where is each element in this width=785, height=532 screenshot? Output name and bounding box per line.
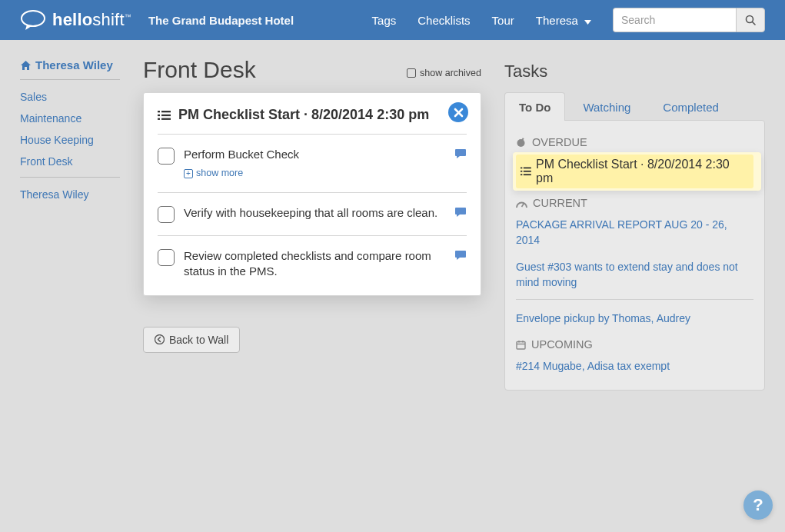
tasks-panel: Tasks To Do Watching Completed OVERDUE xyxy=(504,57,765,391)
search xyxy=(613,8,765,32)
svg-rect-3 xyxy=(158,111,160,112)
help-bubble[interactable]: ? xyxy=(743,490,773,520)
svg-rect-14 xyxy=(521,168,522,169)
arrow-left-icon xyxy=(155,334,165,344)
nav-tour[interactable]: Tour xyxy=(492,14,514,27)
page-title: Front Desk xyxy=(143,57,256,83)
checklist-item: Verify with housekeeping that all rooms … xyxy=(158,193,467,236)
svg-rect-8 xyxy=(161,118,171,119)
svg-point-0 xyxy=(22,11,45,26)
svg-rect-18 xyxy=(524,171,531,172)
task-highlighted[interactable]: PM Checklist Start · 8/20/2014 2:30 pm xyxy=(513,152,761,191)
tab-completed[interactable]: Completed xyxy=(648,92,733,121)
section-label: OVERDUE xyxy=(532,136,587,148)
home-icon xyxy=(20,60,32,71)
back-to-wall-button[interactable]: Back to Wall xyxy=(143,327,240,353)
tab-watching[interactable]: Watching xyxy=(568,92,645,121)
sidebar-profile[interactable]: Theresa Wiley xyxy=(20,58,120,80)
checkbox[interactable] xyxy=(158,148,175,165)
sidebar-user-link[interactable]: Theresa Wiley xyxy=(20,188,120,201)
item-text: Perform Bucket Check xyxy=(184,147,445,162)
section-label: CURRENT xyxy=(533,197,587,209)
section-label: UPCOMING xyxy=(531,338,593,351)
nav-right: Tags Checklists Tour Theresa xyxy=(372,8,765,32)
show-archived-toggle[interactable]: show archived xyxy=(407,68,481,78)
topbar: helloshift™ The Grand Budapest Hotel Tag… xyxy=(0,0,785,40)
comment-icon[interactable] xyxy=(454,207,467,218)
plus-icon: + xyxy=(184,169,193,178)
show-archived-label: show archived xyxy=(420,68,481,78)
svg-point-11 xyxy=(155,335,165,344)
close-button[interactable] xyxy=(448,102,468,122)
nav-tags[interactable]: Tags xyxy=(372,14,397,27)
calendar-icon xyxy=(516,340,526,350)
svg-rect-21 xyxy=(517,341,525,349)
svg-point-12 xyxy=(517,139,525,147)
checklist-card: PM Checklist Start · 8/20/2014 2:30 pm P… xyxy=(143,92,481,296)
checkbox-icon xyxy=(407,68,416,78)
list-icon xyxy=(158,110,171,121)
sidebar-divider xyxy=(20,177,120,178)
gauge-icon xyxy=(516,198,527,208)
close-icon xyxy=(454,108,464,118)
svg-rect-6 xyxy=(161,111,171,112)
comment-icon[interactable] xyxy=(454,250,467,261)
sidebar-item-maintenance[interactable]: Maintenance xyxy=(20,112,120,125)
svg-line-20 xyxy=(522,203,524,207)
checklist-item: Review completed checklists and compare … xyxy=(158,236,467,292)
svg-rect-15 xyxy=(521,171,522,172)
bomb-icon xyxy=(516,137,527,148)
checkbox[interactable] xyxy=(158,206,175,223)
sidebar-item-housekeeping[interactable]: House Keeping xyxy=(20,134,120,146)
back-label: Back to Wall xyxy=(169,334,228,346)
svg-line-2 xyxy=(753,22,756,25)
search-button[interactable] xyxy=(736,8,765,32)
search-icon xyxy=(745,15,756,25)
main-column: Front Desk show archived PM Checklist St… xyxy=(143,57,481,353)
task-link[interactable]: PACKAGE ARRIVAL REPORT AUG 20 - 26, 2014 xyxy=(516,215,753,250)
page: Theresa Wiley Sales Maintenance House Ke… xyxy=(0,40,785,407)
brand-text: helloshift™ xyxy=(52,10,131,30)
sidebar: Theresa Wiley Sales Maintenance House Ke… xyxy=(20,57,120,210)
task-link[interactable]: Envelope pickup by Thomas, Audrey xyxy=(516,309,753,328)
task-text: PM Checklist Start · 8/20/2014 2:30 pm xyxy=(536,158,749,185)
tab-todo[interactable]: To Do xyxy=(504,92,565,121)
nav-checklists[interactable]: Checklists xyxy=(417,14,470,27)
task-link[interactable]: #214 Mugabe, Adisa tax exempt xyxy=(516,357,753,375)
comment-icon[interactable] xyxy=(454,148,467,159)
svg-rect-17 xyxy=(524,168,531,169)
checklist-item: Perform Bucket Check + show more xyxy=(158,135,467,193)
tasks-tabs: To Do Watching Completed xyxy=(504,92,765,121)
card-title: PM Checklist Start · 8/20/2014 2:30 pm xyxy=(178,107,429,123)
sidebar-item-sales[interactable]: Sales xyxy=(20,91,120,103)
section-upcoming: UPCOMING #214 Mugabe, Adisa tax exempt xyxy=(516,338,753,375)
task-link[interactable]: Guest #303 wants to extend stay and does… xyxy=(516,258,753,292)
show-more-link[interactable]: + show more xyxy=(184,167,243,180)
brand[interactable]: helloshift™ xyxy=(20,9,131,31)
list-icon xyxy=(521,167,531,176)
svg-rect-19 xyxy=(524,174,531,175)
tasks-title: Tasks xyxy=(504,62,765,81)
caret-down-icon xyxy=(584,20,591,25)
item-text: Verify with housekeeping that all rooms … xyxy=(184,205,445,221)
checkbox[interactable] xyxy=(158,249,175,266)
section-overdue: OVERDUE PM Checklist Start · 8/20/2014 2… xyxy=(516,136,753,191)
section-current: CURRENT PACKAGE ARRIVAL REPORT AUG 20 - … xyxy=(516,197,753,328)
nav-user-menu[interactable]: Theresa xyxy=(536,14,591,27)
hotel-name[interactable]: The Grand Budapest Hotel xyxy=(148,14,294,27)
tasks-tab-panel: OVERDUE PM Checklist Start · 8/20/2014 2… xyxy=(504,120,765,391)
search-input[interactable] xyxy=(613,8,736,32)
card-header: PM Checklist Start · 8/20/2014 2:30 pm xyxy=(158,107,467,135)
svg-rect-16 xyxy=(521,174,522,175)
sidebar-item-frontdesk[interactable]: Front Desk xyxy=(20,155,120,168)
sidebar-profile-name: Theresa Wiley xyxy=(35,58,113,71)
svg-rect-4 xyxy=(158,114,160,115)
svg-rect-5 xyxy=(158,118,160,119)
item-text: Review completed checklists and compare … xyxy=(184,248,445,280)
help-label: ? xyxy=(753,495,763,515)
speech-bubble-icon xyxy=(20,9,46,31)
divider xyxy=(516,299,753,300)
svg-rect-7 xyxy=(161,114,171,115)
